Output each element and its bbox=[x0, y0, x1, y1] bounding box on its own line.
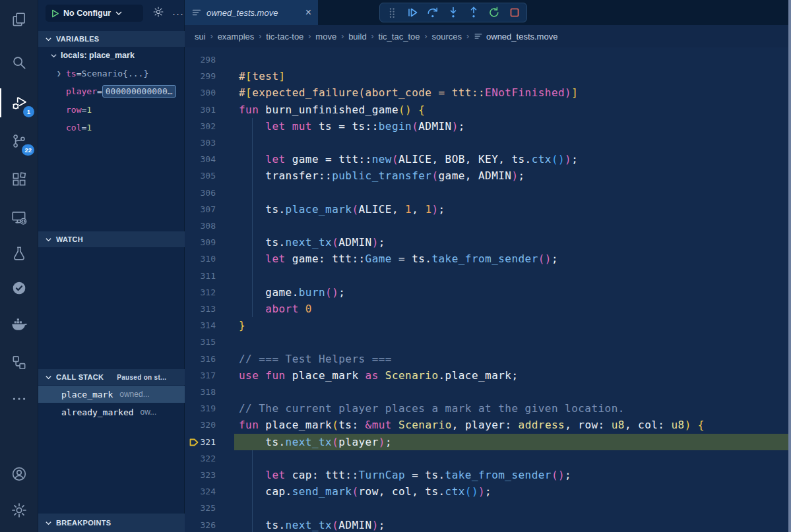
call-stack-frame-place_mark[interactable]: place_markowned... bbox=[38, 386, 185, 403]
breadcrumb-separator: › bbox=[259, 32, 261, 41]
variable-row-player[interactable]: player = 000000000000… bbox=[38, 84, 185, 98]
activity-item-extensions-icon[interactable] bbox=[0, 163, 38, 195]
breadcrumb-examples[interactable]: examples bbox=[218, 32, 255, 42]
code-text: cap.send_mark(row, col, ts.ctx()); bbox=[239, 483, 491, 500]
start-debug-icon[interactable] bbox=[51, 9, 59, 18]
variable-row-col[interactable]: col = 1 bbox=[38, 120, 185, 134]
call-stack-section-header[interactable]: CALL STACK Paused on st... bbox=[38, 369, 185, 385]
equals-sign: = bbox=[81, 123, 86, 133]
line-number[interactable]: 302 bbox=[185, 118, 216, 134]
code-line: 319// The current player places a mark a… bbox=[185, 400, 791, 417]
line-number[interactable]: 322 bbox=[185, 450, 216, 467]
line-number[interactable]: 319 bbox=[185, 400, 216, 417]
line-number[interactable]: 301 bbox=[185, 102, 216, 118]
step-out-button[interactable] bbox=[466, 5, 481, 20]
line-number[interactable]: 298 bbox=[185, 51, 216, 68]
activity-item-testing-icon[interactable] bbox=[0, 238, 38, 270]
tab-close-icon[interactable]: × bbox=[305, 7, 311, 18]
activity-item-explorer-icon[interactable] bbox=[0, 4, 38, 36]
breadcrumb-file[interactable]: owned_tests.move bbox=[474, 32, 557, 42]
chevron-right-icon[interactable]: ❯ bbox=[57, 69, 66, 78]
line-number[interactable]: 312 bbox=[185, 284, 216, 301]
code-line: 316// === Test Helpers === bbox=[185, 351, 791, 367]
line-number[interactable]: 317 bbox=[185, 367, 216, 384]
line-number[interactable]: 305 bbox=[185, 167, 216, 184]
line-number[interactable]: 303 bbox=[185, 134, 216, 151]
line-number[interactable]: 314 bbox=[185, 317, 216, 334]
line-number[interactable]: 310 bbox=[185, 251, 216, 267]
line-number[interactable]: 318 bbox=[185, 384, 216, 400]
line-number[interactable]: 311 bbox=[185, 268, 216, 284]
debug-settings-gear-icon[interactable] bbox=[152, 6, 164, 20]
continue-button[interactable] bbox=[405, 5, 420, 20]
activity-item-docker-icon[interactable] bbox=[0, 309, 38, 340]
line-number[interactable]: 323 bbox=[185, 467, 216, 483]
step-over-button[interactable] bbox=[426, 5, 440, 20]
activity-item-search-icon[interactable] bbox=[0, 47, 38, 78]
code-text: fun burn_unfinished_game() { bbox=[239, 102, 425, 118]
activity-item-run-debug-icon[interactable]: 1 bbox=[0, 87, 38, 119]
variable-row-row[interactable]: row = 1 bbox=[38, 102, 185, 117]
line-number[interactable]: 304 bbox=[185, 151, 216, 167]
activity-item-coverage-check-icon[interactable] bbox=[0, 272, 38, 304]
breakpoints-section-header[interactable]: BREAKPOINTS bbox=[38, 514, 185, 532]
code-line: 313 abort 0 bbox=[185, 301, 791, 317]
line-number[interactable]: 320 bbox=[185, 417, 216, 433]
variable-value: 000000000000… bbox=[102, 85, 176, 98]
code-editor[interactable]: 298299#[test]300#[expected_failure(abort… bbox=[185, 47, 791, 532]
line-number[interactable]: 308 bbox=[185, 218, 216, 234]
line-number[interactable]: 316 bbox=[185, 351, 216, 367]
line-number[interactable]: 325 bbox=[185, 500, 216, 516]
activity-item-account-icon[interactable] bbox=[0, 458, 38, 490]
code-text: ts.place_mark(ALICE, 1, 1); bbox=[239, 201, 445, 218]
code-line: 302 let mut ts = ts::begin(ADMIN); bbox=[185, 118, 791, 134]
line-number[interactable]: 299 bbox=[185, 68, 216, 84]
frame-file: owned... bbox=[119, 390, 149, 399]
code-line: 325 bbox=[185, 500, 791, 516]
frame-function: already_marked bbox=[61, 407, 134, 417]
line-number[interactable]: 300 bbox=[185, 84, 216, 101]
step-into-button[interactable] bbox=[446, 5, 460, 20]
variables-scope-row[interactable]: locals: place_mark bbox=[38, 48, 185, 63]
breadcrumb-sui[interactable]: sui bbox=[195, 32, 206, 42]
watch-section-header[interactable]: WATCH bbox=[38, 231, 185, 247]
indent-guide bbox=[252, 185, 253, 201]
views-more-actions-icon[interactable]: ··· bbox=[172, 8, 184, 19]
debug-toolbar bbox=[379, 3, 527, 22]
line-number[interactable]: 324 bbox=[185, 483, 216, 500]
line-number[interactable]: 307 bbox=[185, 201, 216, 218]
line-number[interactable]: 326 bbox=[185, 517, 216, 532]
scrollbar[interactable] bbox=[788, 0, 791, 532]
line-number[interactable]: 313 bbox=[185, 301, 216, 317]
tab-owned-tests-move[interactable]: owned_tests.move × bbox=[185, 0, 318, 25]
breadcrumb-move[interactable]: move bbox=[315, 32, 336, 42]
chevron-down-icon bbox=[45, 374, 52, 381]
variables-section-header[interactable]: VARIABLES bbox=[38, 31, 185, 47]
breadcrumb-tic-tac-toe[interactable]: tic-tac-toe bbox=[266, 32, 303, 42]
line-number[interactable]: 309 bbox=[185, 234, 216, 251]
equals-sign: = bbox=[77, 69, 82, 78]
breadcrumb-tic_tac_toe[interactable]: tic_tac_toe bbox=[379, 32, 420, 42]
line-number[interactable]: 315 bbox=[185, 334, 216, 350]
run-debug-badge: 1 bbox=[23, 106, 34, 117]
code-line: 318 bbox=[185, 384, 791, 400]
stop-button[interactable] bbox=[507, 5, 522, 20]
breadcrumb-sources[interactable]: sources bbox=[431, 32, 462, 42]
indent-guide bbox=[252, 450, 253, 467]
code-line: 322 bbox=[185, 450, 791, 467]
activity-item-references-icon[interactable] bbox=[0, 347, 38, 378]
variable-row-ts[interactable]: ❯ts = Scenario{...} bbox=[38, 66, 185, 80]
activity-item-remote-explorer-icon[interactable] bbox=[0, 202, 38, 233]
restart-button[interactable] bbox=[487, 5, 501, 20]
activity-item-source-control-icon[interactable]: 22 bbox=[0, 125, 38, 157]
code-text: use fun place_mark as Scenario.place_mar… bbox=[239, 367, 519, 384]
toolbar-drag-handle-icon[interactable] bbox=[385, 5, 399, 20]
activity-item-settings-icon[interactable] bbox=[0, 494, 38, 526]
debug-config-picker[interactable]: No Configur bbox=[46, 5, 143, 22]
activity-item-more-actions-icon[interactable] bbox=[0, 383, 38, 415]
line-number[interactable]: 306 bbox=[185, 185, 216, 201]
variable-name: ts bbox=[66, 69, 77, 78]
code-line: 308 bbox=[185, 218, 791, 234]
call-stack-frame-already_marked[interactable]: already_markedow... bbox=[38, 403, 185, 421]
breadcrumb-build[interactable]: build bbox=[348, 32, 366, 42]
